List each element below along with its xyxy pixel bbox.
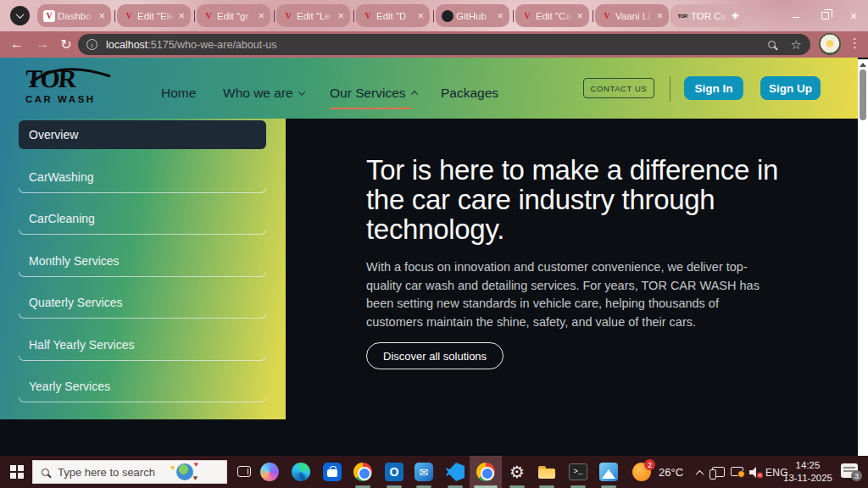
sign-up-button[interactable]: Sign Up <box>760 76 821 100</box>
close-icon[interactable] <box>258 9 264 22</box>
scrollbar-thumb[interactable] <box>860 69 866 120</box>
tab-divider <box>353 10 354 22</box>
forward-button[interactable] <box>32 34 53 54</box>
site-logo[interactable]: TOR CAR WASH <box>25 64 136 104</box>
copilot-icon[interactable] <box>259 462 280 482</box>
heart-icon <box>193 474 198 482</box>
search-input[interactable] <box>58 466 176 479</box>
reload-button[interactable] <box>56 34 76 54</box>
new-tab-button[interactable] <box>726 6 745 25</box>
close-icon[interactable] <box>337 9 344 22</box>
item-underline <box>19 313 266 319</box>
tab-divider <box>114 10 115 22</box>
v-favicon-icon <box>203 10 214 22</box>
taskbar-search[interactable] <box>32 460 227 484</box>
close-icon[interactable] <box>497 9 504 22</box>
bookmark-star-icon[interactable] <box>791 37 802 53</box>
tab-dashboard[interactable]: Dashbo <box>37 4 111 27</box>
windows-taskbar: 2 26°C ENG 14:25 13-11-2025 3 <box>0 456 868 488</box>
chrome-active-icon[interactable] <box>476 462 496 482</box>
sign-in-button[interactable]: Sign In <box>684 76 743 100</box>
v-favicon-icon <box>601 10 613 22</box>
site-info-icon[interactable] <box>86 39 97 50</box>
tab-vaani[interactable]: Vaani Li <box>595 4 669 27</box>
nav-home[interactable]: Home <box>161 86 196 101</box>
page-scrollbar[interactable] <box>858 59 868 456</box>
browser-toolbar: localhost:5175/who-we-are/about-us <box>0 31 868 58</box>
tab-edit-gr[interactable]: Edit "gr <box>197 4 270 27</box>
tab-github[interactable]: GitHub <box>436 4 509 27</box>
start-button[interactable] <box>10 465 24 479</box>
sidebar-item-carcleaning[interactable]: CarCleaning <box>19 202 266 235</box>
tab-title: Dashbo <box>58 11 96 21</box>
tab-divider <box>433 10 434 22</box>
edge-icon[interactable] <box>291 462 311 482</box>
sidebar-item-yearly-services[interactable]: Yearly Services <box>19 370 266 402</box>
nav-label: Our Services <box>330 86 406 101</box>
profile-avatar[interactable] <box>819 33 841 55</box>
scroll-up-icon[interactable] <box>860 63 866 67</box>
notification-center-icon[interactable]: 3 <box>841 463 858 478</box>
screen-cast-icon[interactable] <box>731 467 743 476</box>
outlook-icon[interactable] <box>384 462 404 482</box>
tab-edit-le[interactable]: Edit "Le <box>276 4 350 27</box>
sidebar-item-overview[interactable]: Overview <box>19 120 266 149</box>
speaker-muted-icon[interactable] <box>749 467 764 479</box>
zoom-icon[interactable] <box>768 41 776 48</box>
site-header: TOR CAR WASH Home Who we are Our Service… <box>0 58 858 119</box>
close-icon[interactable] <box>656 9 663 22</box>
tab-title: Edit "Ca <box>536 11 574 21</box>
nav-our-services[interactable]: Our Services <box>330 86 417 101</box>
close-icon[interactable] <box>98 9 105 22</box>
tray-expand-icon[interactable] <box>696 470 704 479</box>
tab-edit-ele[interactable]: Edit "Ele <box>117 4 191 27</box>
header-divider <box>670 76 670 102</box>
settings-gear-icon[interactable] <box>507 462 527 482</box>
search-highlight-globe-icon[interactable] <box>176 463 193 480</box>
v-favicon-icon <box>123 10 135 22</box>
clock[interactable]: 14:25 13-11-2025 <box>782 459 834 485</box>
back-button[interactable] <box>7 34 27 54</box>
sidebar-item-label: Yearly Services <box>29 380 110 393</box>
sidebar-item-label: CarCleaning <box>29 212 95 225</box>
tab-title: GitHub <box>456 11 494 21</box>
tab-divider <box>194 10 195 22</box>
window-minimize-button[interactable] <box>782 0 810 31</box>
date-label: 13-11-2025 <box>782 472 834 485</box>
discover-solutions-button[interactable]: Discover all solutions <box>366 342 504 369</box>
window-restore-button[interactable] <box>810 0 839 31</box>
window-close-button[interactable] <box>839 0 868 31</box>
phone-link-icon[interactable] <box>712 467 725 477</box>
microsoft-store-icon[interactable] <box>322 462 342 482</box>
chrome-icon[interactable] <box>353 462 373 482</box>
item-underline <box>19 272 266 277</box>
close-icon[interactable] <box>576 9 583 22</box>
sidebar-item-carwashing[interactable]: CarWashing <box>19 161 266 193</box>
logo-title: TOR <box>25 64 136 93</box>
contact-us-button[interactable]: CONTACT US <box>583 78 654 98</box>
vscode-icon[interactable] <box>445 462 465 482</box>
sidebar-item-quaterly-services[interactable]: Quaterly Services <box>19 286 266 319</box>
chevron-down-icon <box>16 10 25 19</box>
tab-search-button[interactable] <box>10 6 30 25</box>
task-view-button[interactable] <box>237 466 251 477</box>
file-explorer-icon[interactable] <box>537 462 557 482</box>
restore-icon <box>821 12 829 19</box>
sidebar-item-half-yearly-services[interactable]: Half Yearly Services <box>19 329 266 361</box>
nav-packages[interactable]: Packages <box>441 86 498 101</box>
github-favicon-icon <box>442 10 453 22</box>
tab-edit-d[interactable]: Edit "D <box>356 4 430 27</box>
terminal-icon[interactable] <box>568 462 588 482</box>
sidebar-item-monthly-services[interactable]: Monthly Services <box>19 245 266 277</box>
notification-badge: 3 <box>851 470 862 481</box>
address-bar[interactable]: localhost:5175/who-we-are/about-us <box>78 34 810 55</box>
browser-menu-icon[interactable] <box>849 36 861 51</box>
close-icon[interactable] <box>417 9 424 22</box>
weather-icon[interactable]: 2 <box>632 463 651 481</box>
close-icon[interactable] <box>178 9 185 22</box>
temperature-label[interactable]: 26°C <box>659 466 683 479</box>
mail-icon[interactable] <box>414 462 434 482</box>
nav-who-we-are[interactable]: Who we are <box>223 86 304 101</box>
tab-edit-ca[interactable]: Edit "Ca <box>515 4 589 27</box>
photos-icon[interactable] <box>598 462 619 482</box>
